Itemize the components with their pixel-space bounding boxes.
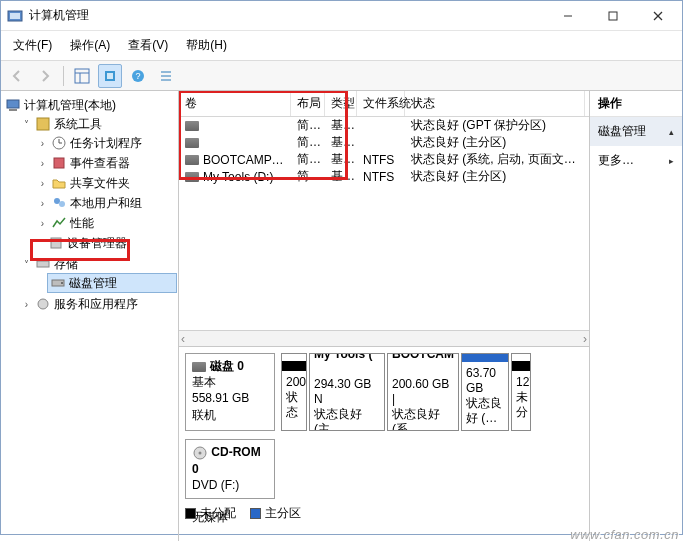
partition[interactable]: 200状态: [281, 353, 307, 431]
caret-right-icon[interactable]: ›: [37, 158, 48, 169]
svg-rect-26: [37, 261, 49, 267]
caret-down-icon[interactable]: ˅: [21, 119, 32, 130]
computer-icon: [5, 97, 21, 113]
tree-services-apps[interactable]: ›服务和应用程序: [21, 295, 176, 313]
device-mgr-label: 设备管理器: [67, 235, 127, 252]
menubar: 文件(F) 操作(A) 查看(V) 帮助(H): [1, 31, 682, 61]
caret-right-icon[interactable]: ›: [37, 138, 48, 149]
chevron-up-icon: ▴: [669, 127, 674, 137]
volume-table[interactable]: 卷 布局 类型 文件系统 状态 简单基本状态良好 (GPT 保护分区)简单基本状…: [179, 91, 589, 346]
clock-icon: [51, 135, 67, 151]
actions-more[interactable]: 更多…▸: [590, 146, 682, 175]
window-title: 计算机管理: [29, 7, 545, 24]
device-icon: [48, 235, 64, 251]
partition[interactable]: 63.70 GB状态良好 (…: [461, 353, 509, 431]
svg-point-28: [61, 282, 63, 284]
cdrom-drive: DVD (F:): [192, 478, 239, 492]
svg-point-23: [54, 198, 60, 204]
table-row[interactable]: 简单基本状态良好 (GPT 保护分区): [179, 117, 589, 134]
svg-rect-1: [10, 13, 20, 19]
disk0-info[interactable]: 磁盘 0 基本 558.91 GB 联机: [185, 353, 275, 431]
actions-more-label: 更多…: [598, 152, 634, 169]
svg-rect-10: [107, 73, 113, 79]
tree-root[interactable]: 计算机管理(本地): [5, 96, 176, 114]
svg-rect-17: [9, 109, 17, 111]
table-row[interactable]: 简单基本状态良好 (主分区): [179, 134, 589, 151]
svg-text:?: ?: [135, 71, 140, 81]
watermark: www.cfan.com.cn: [570, 527, 679, 542]
svg-rect-6: [75, 69, 89, 83]
back-button[interactable]: [5, 64, 29, 88]
services-icon: [35, 296, 51, 312]
col-volume[interactable]: 卷: [179, 91, 291, 116]
svg-point-29: [38, 299, 48, 309]
menu-action[interactable]: 操作(A): [68, 35, 112, 56]
caret-right-icon[interactable]: ›: [37, 178, 48, 189]
tree-system-tools[interactable]: ˅ 系统工具: [21, 115, 176, 133]
svg-point-24: [59, 201, 65, 207]
svg-rect-25: [51, 238, 61, 248]
caret-right-icon[interactable]: ›: [21, 299, 32, 310]
forward-button[interactable]: [33, 64, 57, 88]
task-sched-label: 任务计划程序: [70, 135, 142, 152]
tree-system-tools-label: 系统工具: [54, 116, 102, 133]
help-button[interactable]: ?: [126, 64, 150, 88]
content-pane: 卷 布局 类型 文件系统 状态 简单基本状态良好 (GPT 保护分区)简单基本状…: [179, 91, 590, 541]
partition[interactable]: BOOTCAM200.60 GB |状态良好 (系: [387, 353, 459, 431]
partition[interactable]: 127未分: [511, 353, 531, 431]
storage-label: 存储: [54, 256, 78, 273]
disk0-kind: 基本: [192, 375, 216, 389]
legend: 未分配 主分区: [185, 505, 583, 522]
legend-primary: 主分区: [265, 506, 301, 520]
caret-down-icon[interactable]: ˅: [21, 259, 32, 270]
cdrom-info[interactable]: CD-ROM 0 DVD (F:) 无媒体: [185, 439, 275, 499]
close-button[interactable]: [635, 1, 680, 30]
table-row[interactable]: My Tools (D:)简单基本NTFS状态良好 (主分区): [179, 168, 589, 185]
separator-icon: [63, 66, 64, 86]
actions-group-label: 磁盘管理: [598, 123, 646, 140]
col-status[interactable]: 状态: [405, 91, 585, 116]
tree-device-manager[interactable]: 设备管理器: [37, 234, 176, 252]
actions-pane: 操作 磁盘管理▴ 更多…▸: [590, 91, 682, 541]
partition[interactable]: My Tools (294.30 GB N状态良好 (主: [309, 353, 385, 431]
tree-performance[interactable]: ›性能: [37, 214, 176, 232]
menu-help[interactable]: 帮助(H): [184, 35, 229, 56]
refresh-button[interactable]: [98, 64, 122, 88]
table-row[interactable]: BOOTCAMP (C:)简单基本NTFS状态良好 (系统, 启动, 页面文件,…: [179, 151, 589, 168]
tree-storage[interactable]: ˅存储: [21, 255, 176, 273]
tools-icon: [35, 116, 51, 132]
minimize-button[interactable]: [545, 1, 590, 30]
actions-group[interactable]: 磁盘管理▴: [590, 117, 682, 146]
tree-event-viewer[interactable]: ›事件查看器: [37, 154, 176, 172]
svg-rect-22: [54, 158, 64, 168]
menu-view[interactable]: 查看(V): [126, 35, 170, 56]
tree-disk-management[interactable]: 磁盘管理: [48, 274, 176, 292]
col-fs[interactable]: 文件系统: [357, 91, 405, 116]
disk-icon: [192, 362, 206, 372]
shared-folders-label: 共享文件夹: [70, 175, 130, 192]
storage-icon: [35, 256, 51, 272]
event-viewer-label: 事件查看器: [70, 155, 130, 172]
disk0-size: 558.91 GB: [192, 391, 249, 405]
tree-shared-folders[interactable]: ›共享文件夹: [37, 174, 176, 192]
menu-file[interactable]: 文件(F): [11, 35, 54, 56]
col-layout[interactable]: 布局: [291, 91, 325, 116]
perf-icon: [51, 215, 67, 231]
performance-label: 性能: [70, 215, 94, 232]
caret-right-icon[interactable]: ›: [37, 218, 48, 229]
app-icon: [7, 8, 23, 24]
actions-header: 操作: [590, 91, 682, 117]
svg-rect-3: [609, 12, 617, 20]
legend-primary-swatch: [250, 508, 261, 519]
maximize-button[interactable]: [590, 1, 635, 30]
tree-local-users[interactable]: ›本地用户和组: [37, 194, 176, 212]
list-view-icon[interactable]: [154, 64, 178, 88]
col-type[interactable]: 类型: [325, 91, 357, 116]
legend-unallocated-swatch: [185, 508, 196, 519]
up-panel-icon[interactable]: [70, 64, 94, 88]
tree-task-scheduler[interactable]: ›任务计划程序: [37, 134, 176, 152]
caret-right-icon[interactable]: ›: [37, 198, 48, 209]
horizontal-scrollbar[interactable]: ‹›: [179, 330, 589, 346]
services-apps-label: 服务和应用程序: [54, 296, 138, 313]
tree-pane: 计算机管理(本地) ˅ 系统工具 ›任务计划程序: [1, 91, 179, 541]
